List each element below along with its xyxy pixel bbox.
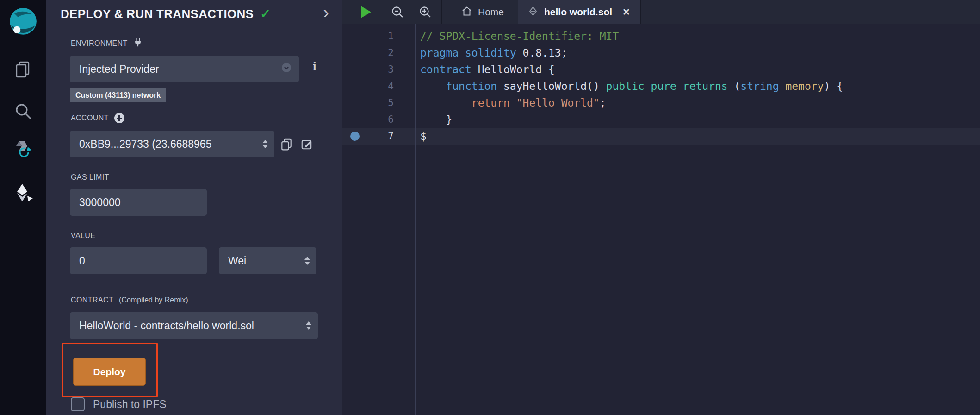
tab-label: hello world.sol [544, 6, 612, 18]
line-number[interactable]: 7 [342, 128, 415, 145]
gas-limit-input[interactable]: 3000000 [70, 189, 207, 216]
code-lines: 1// SPDX-License-Identifier: MIT2pragma … [342, 24, 980, 415]
stepper-icon [304, 257, 310, 265]
line-number[interactable]: 5 [342, 94, 415, 111]
code-line[interactable]: 1// SPDX-License-Identifier: MIT [342, 28, 980, 44]
icon-panel [0, 0, 46, 415]
contract-label-row: CONTRACT (Compiled by Remix) [71, 296, 188, 304]
code-text[interactable]: } [415, 111, 452, 128]
check-icon: ✓ [260, 6, 271, 21]
account-label: ACCOUNT [71, 114, 109, 122]
environment-label-row: ENVIRONMENT [71, 38, 143, 49]
copy-icon[interactable] [280, 138, 293, 151]
panel-title: DEPLOY & RUN TRANSACTIONS [61, 7, 254, 21]
contract-value: HelloWorld - contracts/hello world.sol [79, 320, 302, 332]
gas-limit-label-row: GAS LIMIT [71, 173, 109, 182]
editor-topbar: Home hello world.sol ✕ [342, 0, 980, 24]
code-text[interactable]: function sayHelloWorld() public pure ret… [415, 78, 843, 94]
search-icon[interactable] [13, 101, 33, 121]
code-line[interactable]: 6 } [342, 111, 980, 128]
account-select[interactable]: 0xBB9...29733 (23.6688965 [70, 131, 274, 157]
value-unit: Wei [228, 255, 301, 267]
code-text[interactable]: contract HelloWorld { [415, 61, 555, 78]
value-label-row: VALUE [71, 232, 95, 240]
environment-value: Injected Provider [79, 63, 280, 75]
publish-ipfs-label: Publish to IPFS [93, 398, 167, 411]
editor-area: Home hello world.sol ✕ 1// SPDX-License-… [342, 0, 980, 415]
code-line[interactable]: 5 return "Hello World"; [342, 94, 980, 111]
deploy-button[interactable]: Deploy [73, 358, 146, 386]
home-icon [461, 6, 472, 19]
contract-label: CONTRACT [71, 296, 113, 304]
stepper-icon [262, 140, 268, 148]
remix-app: DEPLOY & RUN TRANSACTIONS ✓ › ENVIRONMEN… [0, 0, 980, 415]
value-amount: 0 [79, 255, 200, 267]
zoom-in-icon[interactable] [418, 5, 432, 19]
code-line[interactable]: 4 function sayHelloWorld() public pure r… [342, 78, 980, 94]
caret-circle-icon [280, 62, 292, 76]
value-input[interactable]: 0 [70, 247, 207, 274]
stepper-icon [306, 321, 311, 330]
code-line[interactable]: 2pragma solidity 0.8.13; [342, 44, 980, 61]
publish-ipfs-row: Publish to IPFS [71, 397, 167, 411]
environment-select[interactable]: Injected Provider [70, 56, 299, 82]
collapse-chevron-icon[interactable]: › [323, 4, 329, 21]
network-badge: Custom (43113) network [70, 88, 166, 102]
zoom-out-icon[interactable] [391, 5, 404, 19]
account-value: 0xBB9...29733 (23.6688965 [79, 138, 259, 151]
contract-select[interactable]: HelloWorld - contracts/hello world.sol [70, 312, 318, 339]
contract-sublabel: (Compiled by Remix) [119, 296, 188, 304]
solidity-compiler-icon[interactable] [13, 140, 33, 160]
remix-logo-icon[interactable] [7, 6, 39, 38]
edit-icon[interactable] [300, 138, 313, 151]
value-label: VALUE [71, 232, 95, 240]
code-text[interactable]: // SPDX-License-Identifier: MIT [415, 28, 619, 44]
file-explorer-icon[interactable] [13, 59, 33, 80]
gutter-separator [415, 24, 416, 415]
tab-home[interactable]: Home [447, 0, 518, 24]
code-text[interactable]: return "Hello World"; [415, 94, 606, 111]
code-line[interactable]: 7$ [342, 128, 980, 145]
line-number[interactable]: 2 [342, 44, 415, 61]
run-script-icon[interactable] [361, 6, 371, 18]
publish-ipfs-checkbox[interactable] [71, 397, 85, 411]
solidity-file-icon [528, 6, 538, 18]
topbar-divider [441, 0, 442, 24]
gas-limit-label: GAS LIMIT [71, 173, 109, 182]
tab-hello-world-sol[interactable]: hello world.sol ✕ [518, 0, 641, 24]
plug-icon [133, 38, 143, 49]
gas-limit-value: 3000000 [79, 196, 200, 209]
code-line[interactable]: 3contract HelloWorld { [342, 61, 980, 78]
code-text[interactable]: $ [415, 128, 427, 145]
line-number[interactable]: 4 [342, 78, 415, 94]
deploy-run-icon[interactable] [13, 182, 33, 203]
deploy-panel: DEPLOY & RUN TRANSACTIONS ✓ › ENVIRONMEN… [46, 0, 342, 415]
info-icon[interactable]: i [313, 59, 316, 74]
close-icon[interactable]: ✕ [622, 6, 630, 18]
plus-icon[interactable] [114, 113, 124, 123]
environment-label: ENVIRONMENT [71, 39, 128, 48]
line-number[interactable]: 3 [342, 61, 415, 78]
account-label-row: ACCOUNT [71, 113, 124, 123]
line-number[interactable]: 6 [342, 111, 415, 128]
panel-header: DEPLOY & RUN TRANSACTIONS ✓ › [61, 4, 335, 24]
line-number[interactable]: 1 [342, 28, 415, 44]
code-text[interactable]: pragma solidity 0.8.13; [415, 44, 568, 61]
tab-label: Home [478, 6, 504, 18]
value-unit-select[interactable]: Wei [219, 247, 316, 274]
breakpoint-dot[interactable] [350, 132, 360, 141]
